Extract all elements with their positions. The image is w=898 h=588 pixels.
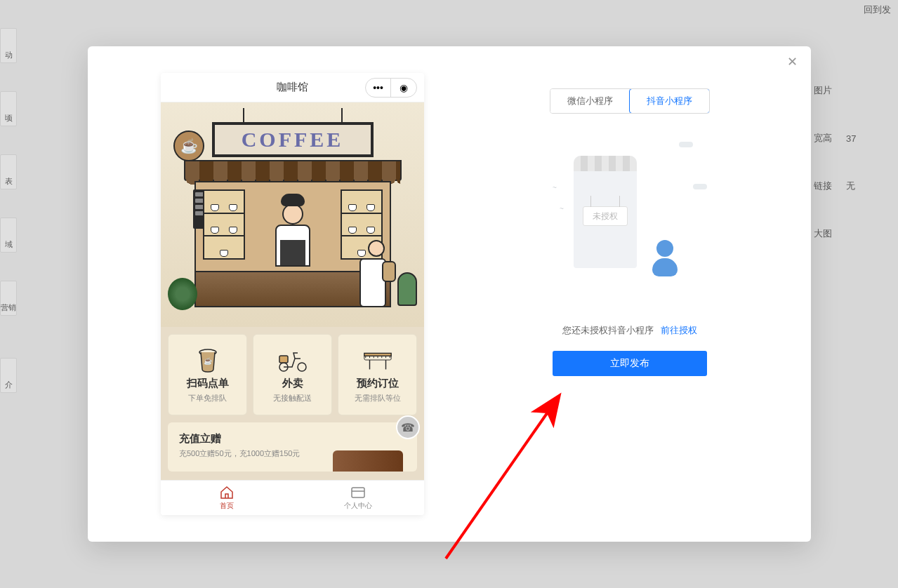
close-icon[interactable]: ✕ (787, 56, 798, 67)
card-icon (350, 486, 366, 500)
action-sub: 无接触配送 (273, 393, 312, 403)
coffee-sign-text: COFFEE (242, 128, 344, 152)
phone-icon[interactable]: ☎ (396, 415, 420, 439)
cloud-icon (679, 142, 693, 147)
coffee-cup-icon: ☕ (192, 346, 224, 374)
awning (184, 160, 402, 181)
publish-modal: ✕ 咖啡馆 ••• ◉ ☕ (88, 46, 811, 542)
more-icon[interactable]: ••• (366, 79, 391, 97)
promo-card[interactable]: 充值立赠 充500立赠50元，充1000立赠150元 ☎ (168, 422, 417, 472)
cloud-icon (693, 184, 707, 189)
promo-title: 充值立赠 (179, 432, 406, 446)
action-title: 预约订位 (357, 377, 399, 390)
svg-rect-8 (352, 488, 364, 497)
shop-placeholder: 未授权 (574, 156, 637, 268)
plant-icon (397, 272, 417, 306)
unauth-sign: 未授权 (583, 206, 628, 226)
publish-button[interactable]: 立即发布 (553, 351, 707, 376)
svg-text:☕: ☕ (204, 356, 213, 366)
phone-header: 咖啡馆 ••• ◉ (161, 73, 424, 102)
auth-message-text: 您还未授权抖音小程序 (562, 325, 654, 335)
svg-rect-4 (279, 356, 288, 363)
platform-tabs: 微信小程序 抖音小程序 (550, 88, 710, 114)
person-icon (651, 240, 679, 275)
tab-wechat[interactable]: 微信小程序 (550, 89, 630, 113)
preview-panel: 咖啡馆 ••• ◉ ☕ COFFEE (88, 46, 449, 542)
phone-nav: 首页 个人中心 (161, 480, 424, 515)
nav-label: 个人中心 (344, 501, 372, 511)
svg-point-3 (298, 363, 306, 371)
action-sub: 无需排队等位 (355, 393, 401, 403)
action-scan-order[interactable]: ☕ 扫码点单 下单免排队 (168, 334, 247, 415)
table-icon (362, 346, 394, 374)
home-icon (219, 486, 235, 500)
promo-image (333, 450, 403, 472)
nav-label: 首页 (220, 501, 234, 511)
action-sub: 下单免排队 (188, 393, 227, 403)
action-title: 扫码点单 (187, 377, 229, 390)
tab-douyin[interactable]: 抖音小程序 (629, 88, 710, 114)
bird-icon: ~ (553, 184, 557, 192)
hero-illustration: ☕ COFFEE (161, 102, 424, 327)
plant-icon (168, 278, 197, 310)
capsule: ••• ◉ (365, 78, 417, 98)
svg-rect-5 (364, 353, 390, 356)
target-icon[interactable]: ◉ (391, 79, 416, 97)
auth-message: 您还未授权抖音小程序 前往授权 (562, 324, 697, 337)
action-delivery[interactable]: 外卖 无接触配送 (253, 334, 332, 415)
action-row: ☕ 扫码点单 下单免排队 外卖 无接触配送 (161, 327, 424, 422)
app-title: 咖啡馆 (277, 81, 308, 94)
coffee-cup-icon: ☕ (173, 131, 204, 161)
phone-body[interactable]: ☕ COFFEE (161, 102, 424, 480)
bird-icon: ~ (560, 205, 564, 213)
scooter-icon (277, 346, 309, 374)
shelf (203, 189, 245, 260)
action-title: 外卖 (282, 377, 303, 390)
modal-overlay: ✕ 咖啡馆 ••• ◉ ☕ (0, 0, 898, 588)
coffee-sign: COFFEE (212, 122, 374, 157)
customer-illustration (359, 240, 392, 310)
settings-panel: 微信小程序 抖音小程序 ~ ~ 未授权 您还未授权抖音小程序 前 (449, 46, 811, 542)
action-reservation[interactable]: 预约订位 无需排队等位 (338, 334, 417, 415)
nav-home[interactable]: 首页 (161, 481, 293, 515)
unauthorized-illustration: ~ ~ 未授权 (546, 142, 714, 296)
phone-frame: 咖啡馆 ••• ◉ ☕ COFFEE (161, 73, 424, 515)
authorize-link[interactable]: 前往授权 (661, 325, 697, 335)
nav-profile[interactable]: 个人中心 (293, 481, 425, 515)
